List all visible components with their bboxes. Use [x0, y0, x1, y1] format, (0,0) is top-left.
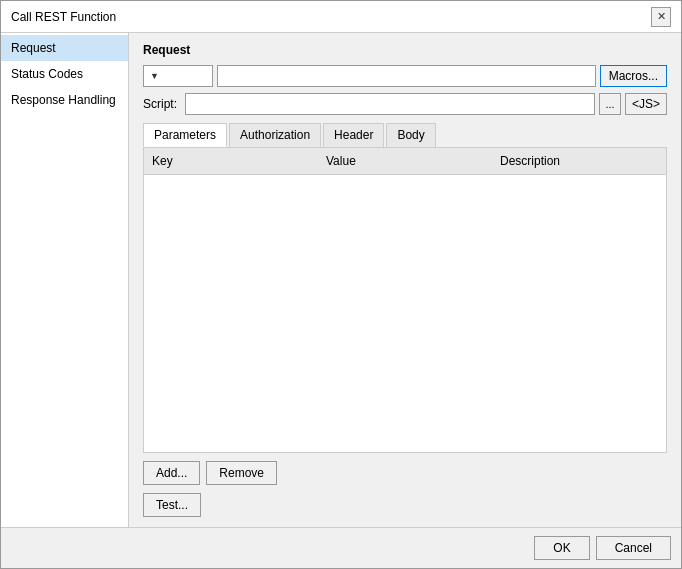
- col-description: Description: [492, 152, 666, 170]
- content-area: Request ▼ Macros... Script: ... <JS>: [129, 33, 681, 527]
- title-bar: Call REST Function ✕: [1, 1, 681, 33]
- dialog: Call REST Function ✕ Request Status Code…: [0, 0, 682, 569]
- macros-button[interactable]: Macros...: [600, 65, 667, 87]
- table-body: [144, 175, 666, 452]
- script-label: Script:: [143, 97, 181, 111]
- sidebar-item-request[interactable]: Request: [1, 35, 128, 61]
- add-button[interactable]: Add...: [143, 461, 200, 485]
- tab-header[interactable]: Header: [323, 123, 384, 147]
- tab-body-label: Body: [397, 128, 424, 142]
- script-js-button[interactable]: <JS>: [625, 93, 667, 115]
- sidebar-item-response-handling[interactable]: Response Handling: [1, 87, 128, 113]
- table-header: Key Value Description: [144, 148, 666, 175]
- script-browse-button[interactable]: ...: [599, 93, 621, 115]
- col-key: Key: [144, 152, 318, 170]
- url-input[interactable]: [217, 65, 596, 87]
- tab-body[interactable]: Body: [386, 123, 435, 147]
- ok-button[interactable]: OK: [534, 536, 589, 560]
- dialog-footer: OK Cancel: [1, 527, 681, 568]
- tab-parameters-label: Parameters: [154, 128, 216, 142]
- remove-button[interactable]: Remove: [206, 461, 277, 485]
- sidebar-item-status-codes-label: Status Codes: [11, 67, 83, 81]
- tab-authorization[interactable]: Authorization: [229, 123, 321, 147]
- test-row: Test...: [143, 493, 667, 517]
- close-button[interactable]: ✕: [651, 7, 671, 27]
- sidebar-item-status-codes[interactable]: Status Codes: [1, 61, 128, 87]
- tab-header-label: Header: [334, 128, 373, 142]
- test-button[interactable]: Test...: [143, 493, 201, 517]
- dialog-body: Request Status Codes Response Handling R…: [1, 33, 681, 527]
- script-row: Script: ... <JS>: [143, 93, 667, 115]
- section-title: Request: [143, 43, 667, 57]
- sidebar: Request Status Codes Response Handling: [1, 33, 129, 527]
- dialog-title: Call REST Function: [11, 10, 116, 24]
- script-input[interactable]: [185, 93, 595, 115]
- sidebar-item-request-label: Request: [11, 41, 56, 55]
- cancel-button[interactable]: Cancel: [596, 536, 671, 560]
- url-row: ▼ Macros...: [143, 65, 667, 87]
- sidebar-item-response-handling-label: Response Handling: [11, 93, 116, 107]
- add-remove-row: Add... Remove: [143, 461, 667, 485]
- tab-content: Key Value Description: [143, 148, 667, 453]
- tabs: Parameters Authorization Header Body: [143, 123, 667, 148]
- method-select[interactable]: ▼: [143, 65, 213, 87]
- tab-authorization-label: Authorization: [240, 128, 310, 142]
- tab-parameters[interactable]: Parameters: [143, 123, 227, 147]
- col-value: Value: [318, 152, 492, 170]
- method-dropdown-arrow: ▼: [150, 71, 159, 81]
